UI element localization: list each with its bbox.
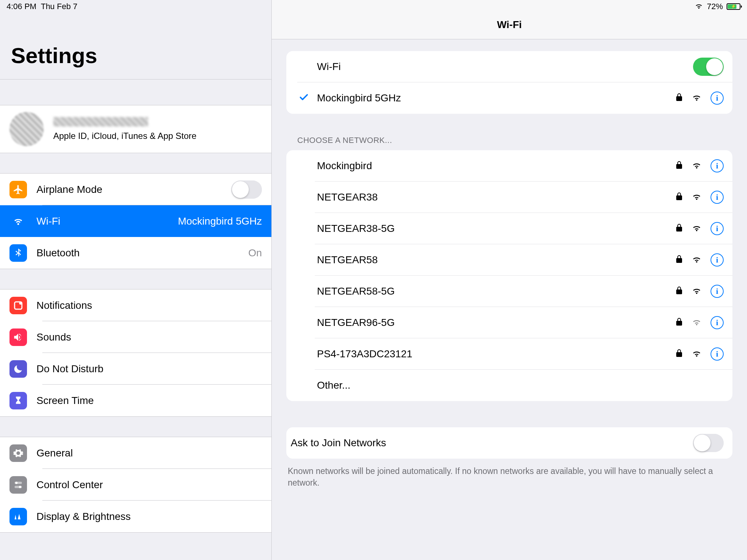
- sidebar-item-label: Do Not Disturb: [36, 363, 262, 375]
- avatar: [9, 112, 44, 146]
- svg-point-1: [19, 302, 22, 305]
- lock-icon: [676, 255, 683, 265]
- wifi-signal-icon: [692, 192, 702, 202]
- sidebar-item-value: On: [248, 247, 262, 259]
- airplane-icon: [9, 181, 27, 198]
- status-date: Thu Feb 7: [41, 2, 77, 11]
- text-size-icon: [9, 508, 27, 525]
- sidebar-item-dnd[interactable]: Do Not Disturb: [0, 353, 271, 385]
- sidebar-item-general[interactable]: General: [0, 437, 271, 469]
- network-name: NETGEAR38: [317, 191, 669, 203]
- account-name-redacted: [53, 117, 148, 127]
- wifi-master-row: Wi-Fi: [286, 51, 732, 82]
- moon-icon: [9, 360, 27, 378]
- sidebar-item-label: Wi-Fi: [36, 215, 169, 227]
- ask-to-join-toggle[interactable]: [693, 434, 724, 452]
- lock-icon: [676, 161, 683, 171]
- gear-icon: [9, 444, 27, 462]
- wifi-signal-icon: [692, 287, 702, 296]
- wifi-icon: [694, 2, 703, 11]
- network-row[interactable]: PS4-173A3DC23121i: [286, 338, 732, 370]
- connected-network-name: Mockingbird 5GHz: [317, 92, 669, 104]
- info-button[interactable]: i: [711, 159, 724, 172]
- wifi-signal-icon: [692, 224, 702, 233]
- network-row[interactable]: Mockingbirdi: [286, 150, 732, 182]
- sidebar-item-label: Screen Time: [36, 395, 262, 407]
- sidebar-item-airplane[interactable]: Airplane Mode: [0, 174, 271, 205]
- ask-to-join-footer: Known networks will be joined automatica…: [286, 459, 732, 489]
- network-row[interactable]: NETGEAR58i: [286, 244, 732, 276]
- sidebar-item-label: Sounds: [36, 331, 262, 343]
- account-subtitle: Apple ID, iCloud, iTunes & App Store: [53, 131, 197, 141]
- bluetooth-icon: [9, 244, 27, 262]
- sidebar-item-control-center[interactable]: Control Center: [0, 469, 271, 501]
- hourglass-icon: [9, 392, 27, 409]
- lock-icon: [676, 223, 683, 234]
- network-name: NETGEAR96-5G: [317, 317, 669, 328]
- info-button[interactable]: i: [711, 285, 724, 298]
- switches-icon: [9, 476, 27, 494]
- wifi-signal-icon: [692, 255, 702, 265]
- notifications-icon: [9, 297, 27, 314]
- wifi-signal-icon: [692, 161, 702, 171]
- status-bar: 4:06 PM Thu Feb 7 72% ⚡: [0, 0, 747, 13]
- sidebar-item-label: Notifications: [36, 300, 262, 311]
- network-row[interactable]: NETGEAR96-5Gi: [286, 307, 732, 338]
- lock-icon: [676, 318, 683, 328]
- network-name: PS4-173A3DC23121: [317, 348, 669, 360]
- battery-pct: 72%: [707, 2, 723, 11]
- sidebar-item-label: General: [36, 447, 262, 459]
- network-name: NETGEAR38-5G: [317, 223, 669, 234]
- airplane-toggle[interactable]: [231, 180, 262, 199]
- connected-network-row[interactable]: Mockingbird 5GHz i: [286, 82, 732, 114]
- sidebar-item-label: Control Center: [36, 479, 262, 491]
- sidebar-item-wifi[interactable]: Wi-Fi Mockingbird 5GHz: [0, 205, 271, 237]
- battery-icon: ⚡: [727, 3, 740, 10]
- info-button[interactable]: i: [711, 253, 724, 267]
- network-row[interactable]: NETGEAR38i: [286, 182, 732, 213]
- svg-point-5: [19, 486, 21, 488]
- info-button[interactable]: i: [711, 347, 724, 361]
- lock-icon: [676, 192, 683, 202]
- wifi-signal-icon: [692, 349, 702, 359]
- choose-network-header: CHOOSE A NETWORK...: [286, 136, 732, 150]
- sidebar-item-label: Airplane Mode: [36, 184, 222, 195]
- wifi-signal-icon: [692, 93, 702, 103]
- sidebar-item-account[interactable]: Apple ID, iCloud, iTunes & App Store: [0, 105, 271, 153]
- network-row[interactable]: NETGEAR38-5Gi: [286, 213, 732, 244]
- network-name: NETGEAR58: [317, 254, 669, 266]
- sidebar-item-bluetooth[interactable]: Bluetooth On: [0, 237, 271, 269]
- lock-icon: [676, 286, 683, 296]
- other-label: Other...: [317, 380, 724, 391]
- network-other[interactable]: Other...: [286, 370, 732, 401]
- info-button[interactable]: i: [711, 92, 724, 105]
- wifi-icon: [9, 213, 27, 230]
- network-name: Mockingbird: [317, 160, 669, 172]
- settings-sidebar: Settings Apple ID, iCloud, iTunes & App …: [0, 0, 272, 560]
- sidebar-item-label: Display & Brightness: [36, 511, 262, 522]
- ask-to-join-row: Ask to Join Networks: [286, 427, 732, 459]
- sidebar-item-label: Bluetooth: [36, 247, 239, 259]
- check-icon: [299, 92, 309, 104]
- wifi-toggle[interactable]: [693, 58, 724, 76]
- svg-point-3: [15, 482, 18, 484]
- sidebar-item-value: Mockingbird 5GHz: [178, 215, 262, 227]
- sounds-icon: [9, 328, 27, 346]
- info-button[interactable]: i: [711, 191, 724, 204]
- wifi-master-label: Wi-Fi: [317, 61, 686, 73]
- network-row[interactable]: NETGEAR58-5Gi: [286, 276, 732, 307]
- sidebar-item-notifications[interactable]: Notifications: [0, 289, 271, 321]
- ask-to-join-label: Ask to Join Networks: [291, 437, 686, 449]
- info-button[interactable]: i: [711, 316, 724, 329]
- info-button[interactable]: i: [711, 222, 724, 235]
- wifi-detail-pane: Wi-Fi Wi-Fi Mockingbird 5GHz: [272, 0, 747, 560]
- status-time: 4:06 PM: [7, 2, 36, 11]
- network-name: NETGEAR58-5G: [317, 285, 669, 297]
- sidebar-item-display[interactable]: Display & Brightness: [0, 501, 271, 532]
- lock-icon: [676, 349, 683, 359]
- sidebar-item-sounds[interactable]: Sounds: [0, 321, 271, 353]
- wifi-signal-icon: [692, 318, 702, 327]
- sidebar-item-screentime[interactable]: Screen Time: [0, 385, 271, 416]
- lock-icon: [676, 93, 683, 103]
